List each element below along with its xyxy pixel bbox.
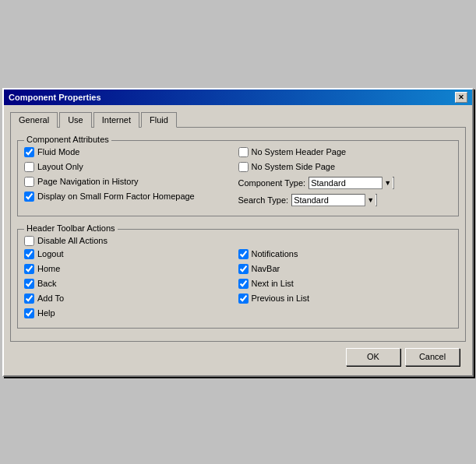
component-type-row: Component Type: Standard SubPage WorkLis…	[238, 177, 453, 189]
tab-bar: General Use Internet Fluid	[10, 111, 466, 127]
help-checkbox[interactable]	[24, 308, 34, 318]
no-side-label[interactable]: No System Side Page	[252, 162, 336, 171]
dialog-title: Component Properties	[9, 93, 101, 102]
layout-only-row: Layout Only	[24, 162, 238, 172]
fluid-mode-row: Fluid Mode	[24, 147, 238, 157]
toolbar-left-col: Logout Home Back Add To	[24, 249, 238, 322]
display-small-label[interactable]: Display on Small Form Factor Homepage	[37, 192, 195, 201]
disable-all-row: Disable All Actions	[24, 236, 452, 246]
next-in-list-checkbox[interactable]	[238, 279, 249, 289]
back-label[interactable]: Back	[37, 279, 56, 288]
bottom-bar: OK Cancel	[10, 342, 466, 372]
component-attributes-legend: Component Attributes	[24, 135, 111, 144]
component-attributes-group: Component Attributes Fluid Mode Layout O…	[17, 140, 459, 216]
attributes-right-col: No System Header Page No System Side Pag…	[238, 147, 453, 209]
title-bar-buttons: ✕	[455, 92, 467, 103]
component-type-label: Component Type:	[238, 178, 306, 188]
search-type-row: Search Type: Standard Keyword Search ▼	[238, 194, 453, 206]
no-side-row: No System Side Page	[238, 162, 453, 172]
logout-label[interactable]: Logout	[37, 249, 64, 258]
logout-checkbox[interactable]	[24, 249, 34, 259]
notifications-checkbox[interactable]	[238, 249, 249, 259]
help-label[interactable]: Help	[37, 308, 55, 318]
navbar-label[interactable]: NavBar	[252, 264, 280, 273]
component-properties-dialog: Component Properties ✕ General Use Inter…	[2, 88, 474, 377]
navbar-row: NavBar	[238, 264, 453, 274]
page-nav-label[interactable]: Page Navigation in History	[37, 177, 139, 186]
no-header-row: No System Header Page	[238, 147, 453, 157]
disable-all-checkbox[interactable]	[24, 236, 34, 246]
tab-general[interactable]: General	[10, 112, 58, 128]
no-header-checkbox[interactable]	[238, 147, 249, 157]
toolbar-right-col: Notifications NavBar Next in List P	[238, 249, 453, 322]
next-in-list-label[interactable]: Next in List	[252, 279, 294, 288]
search-type-select-wrapper: Standard Keyword Search ▼	[291, 194, 377, 206]
back-row: Back	[24, 279, 238, 289]
ok-button[interactable]: OK	[346, 348, 400, 366]
close-button[interactable]: ✕	[455, 92, 467, 103]
next-in-list-row: Next in List	[238, 279, 453, 289]
previous-in-list-row: Previous in List	[238, 294, 453, 304]
no-side-checkbox[interactable]	[238, 162, 249, 172]
display-small-checkbox[interactable]	[24, 192, 34, 202]
tab-internet[interactable]: Internet	[93, 112, 139, 128]
notifications-row: Notifications	[238, 249, 453, 259]
header-toolbar-legend: Header Toolbar Actions	[24, 223, 118, 233]
back-checkbox[interactable]	[24, 279, 34, 289]
home-row: Home	[24, 264, 238, 274]
add-to-checkbox[interactable]	[24, 294, 34, 304]
component-type-select[interactable]: Standard SubPage WorkList	[309, 177, 394, 189]
add-to-row: Add To	[24, 294, 238, 304]
dialog-body: General Use Internet Fluid Component Att…	[4, 105, 472, 375]
tab-use[interactable]: Use	[59, 112, 92, 128]
previous-in-list-checkbox[interactable]	[238, 294, 249, 304]
title-bar: Component Properties ✕	[4, 90, 472, 105]
display-small-row: Display on Small Form Factor Homepage	[24, 192, 238, 202]
component-type-select-wrapper: Standard SubPage WorkList ▼	[309, 177, 394, 189]
page-nav-row: Page Navigation in History	[24, 177, 238, 187]
help-row: Help	[24, 308, 238, 318]
no-header-label[interactable]: No System Header Page	[252, 147, 347, 156]
attributes-left-col: Fluid Mode Layout Only Page Navigation i…	[24, 147, 238, 209]
fluid-tab-content: Component Attributes Fluid Mode Layout O…	[10, 127, 466, 342]
previous-in-list-label[interactable]: Previous in List	[252, 294, 310, 303]
home-checkbox[interactable]	[24, 264, 34, 274]
layout-only-label[interactable]: Layout Only	[37, 162, 83, 171]
toolbar-actions-columns: Logout Home Back Add To	[24, 249, 452, 322]
fluid-mode-label[interactable]: Fluid Mode	[37, 147, 79, 156]
navbar-checkbox[interactable]	[238, 264, 249, 274]
search-type-label: Search Type:	[238, 195, 289, 205]
page-nav-checkbox[interactable]	[24, 177, 34, 187]
disable-all-label[interactable]: Disable All Actions	[37, 236, 108, 245]
add-to-label[interactable]: Add To	[37, 294, 64, 303]
header-toolbar-group: Header Toolbar Actions Disable All Actio…	[17, 229, 459, 329]
fluid-mode-checkbox[interactable]	[24, 147, 34, 157]
attributes-columns: Fluid Mode Layout Only Page Navigation i…	[24, 147, 452, 209]
logout-row: Logout	[24, 249, 238, 259]
notifications-label[interactable]: Notifications	[252, 249, 298, 258]
tab-fluid[interactable]: Fluid	[141, 112, 177, 128]
layout-only-checkbox[interactable]	[24, 162, 34, 172]
home-label[interactable]: Home	[37, 264, 60, 273]
search-type-select[interactable]: Standard Keyword Search	[291, 194, 377, 206]
cancel-button[interactable]: Cancel	[405, 348, 460, 366]
